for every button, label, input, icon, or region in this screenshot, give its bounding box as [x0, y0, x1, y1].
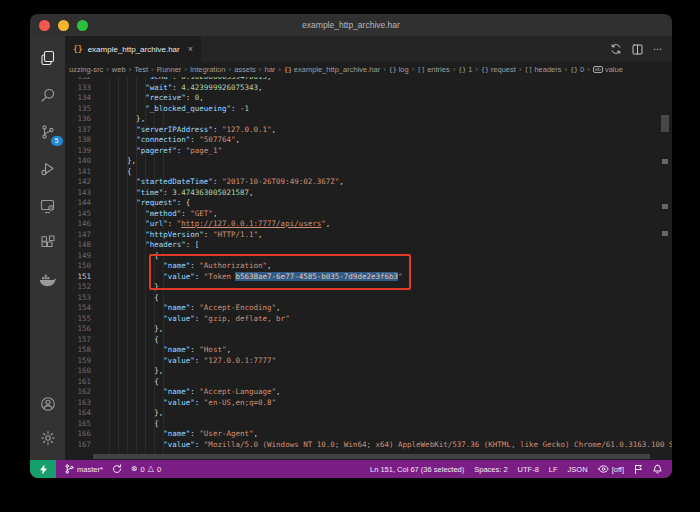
breadcrumb-item[interactable]: {}log: [389, 65, 409, 74]
breadcrumb-item[interactable]: {}request: [481, 65, 516, 74]
breadcrumb-item[interactable]: Runner: [157, 65, 182, 74]
code-line[interactable]: 166 "name": "User-Agent",: [65, 429, 672, 440]
account-icon[interactable]: [38, 394, 58, 414]
open-changes-icon[interactable]: [610, 43, 622, 55]
extensions-icon[interactable]: [38, 233, 58, 253]
code-line[interactable]: 155 "value": "gzip, deflate, br": [65, 314, 672, 325]
code-line[interactable]: 157 {: [65, 335, 672, 346]
breadcrumb-item[interactable]: uzzing-src: [69, 65, 103, 74]
tab-example-http-archive[interactable]: {} example_http_archive.har ×: [65, 36, 201, 62]
line-content: "name": "User-Agent",: [100, 429, 672, 440]
code-line[interactable]: 167 "value": "Mozilla/5.0 (Windows NT 10…: [65, 440, 672, 451]
code-line[interactable]: 148 "headers": [: [65, 240, 672, 251]
sync-indicator[interactable]: [112, 464, 122, 474]
breadcrumb-item[interactable]: {}0: [570, 65, 584, 74]
indentation-indicator[interactable]: Spaces: 2: [474, 465, 507, 474]
code-line[interactable]: 143 "time": 3.474363005021587,: [65, 188, 672, 199]
code-line[interactable]: 149 {: [65, 251, 672, 262]
run-debug-icon[interactable]: [38, 159, 58, 179]
more-actions-icon[interactable]: ⋯: [653, 44, 662, 54]
code-line[interactable]: 163 "value": "en-US,en;q=0.8": [65, 398, 672, 409]
feedback-indicator[interactable]: [634, 464, 643, 474]
encoding-indicator[interactable]: UTF-8: [518, 465, 539, 474]
explorer-icon[interactable]: [38, 48, 58, 68]
eol-indicator[interactable]: LF: [549, 465, 558, 474]
code-line[interactable]: 150 "name": "Authorization",: [65, 261, 672, 272]
code-line[interactable]: 160 },: [65, 366, 672, 377]
code-line[interactable]: 153 {: [65, 293, 672, 304]
code-line[interactable]: 146 "url": "http://127.0.0.1:7777/api/us…: [65, 219, 672, 230]
minimize-window-button[interactable]: [58, 20, 69, 31]
notifications-indicator[interactable]: [653, 464, 662, 474]
close-tab-icon[interactable]: ×: [188, 44, 193, 54]
line-number: 155: [65, 314, 100, 325]
code-line[interactable]: 158 "name": "Host",: [65, 345, 672, 356]
breadcrumb-item[interactable]: Integration: [190, 65, 225, 74]
breadcrumb-item[interactable]: []headers: [525, 65, 562, 74]
split-editor-icon[interactable]: [632, 44, 643, 55]
horizontal-scrollbar-thumb[interactable]: [93, 454, 650, 459]
code-line[interactable]: 161 {: [65, 377, 672, 388]
code-line[interactable]: 162 "name": "Accept-Language",: [65, 387, 672, 398]
line-content: "wait": 4.423999926075343,: [100, 83, 672, 94]
settings-gear-icon[interactable]: [38, 428, 58, 448]
watch-off-indicator[interactable]: [off]: [598, 465, 624, 474]
breadcrumb-item[interactable]: []entries: [417, 65, 449, 74]
code-line[interactable]: 142 "startedDateTime": "2017-10-26T09:49…: [65, 177, 672, 188]
code-line[interactable]: 164 },: [65, 408, 672, 419]
code-line[interactable]: 138 "connection": "507764",: [65, 135, 672, 146]
language-mode[interactable]: JSON: [568, 465, 588, 474]
code-line[interactable]: 144 "request": {: [65, 198, 672, 209]
breadcrumb-separator: ›: [106, 65, 109, 74]
problems-indicator[interactable]: ⊗ 0 △ 0: [131, 465, 161, 474]
breadcrumb-item[interactable]: {}example_http_archive.har: [284, 65, 380, 74]
code-line[interactable]: 151 "value": "Token b5638ae7-6e77-4585-b…: [65, 272, 672, 283]
vertical-scrollbar[interactable]: [660, 77, 670, 454]
window-title: example_http_archive.har: [30, 20, 672, 30]
code-line[interactable]: 133 "wait": 4.423999926075343,: [65, 83, 672, 94]
line-number: 144: [65, 198, 100, 209]
code-line[interactable]: 135 "_blocked_queueing": -1: [65, 104, 672, 115]
line-content: {: [100, 251, 672, 262]
overview-ruler-mark: [662, 204, 668, 209]
line-number: 141: [65, 167, 100, 178]
breadcrumb-item[interactable]: abvalue: [593, 65, 623, 74]
code-line[interactable]: 139 "pageref": "page_1": [65, 146, 672, 157]
eye-icon: [598, 465, 609, 473]
breadcrumb-separator: ›: [587, 65, 590, 74]
code-line[interactable]: 165 {: [65, 419, 672, 430]
code-line[interactable]: 141 {: [65, 167, 672, 178]
code-area[interactable]: 132 "send": 0.10200000339470013,133 "wai…: [65, 77, 672, 454]
horizontal-scrollbar[interactable]: [65, 454, 672, 460]
code-line[interactable]: 152 },: [65, 282, 672, 293]
breadcrumb-item[interactable]: web: [112, 65, 126, 74]
breadcrumb-item[interactable]: har: [265, 65, 276, 74]
code-line[interactable]: 136 },: [65, 114, 672, 125]
line-number: 145: [65, 209, 100, 220]
code-line[interactable]: 137 "serverIPAddress": "127.0.0.1",: [65, 125, 672, 136]
code-line[interactable]: 156 },: [65, 324, 672, 335]
error-icon: ⊗: [131, 465, 138, 473]
remote-indicator[interactable]: [30, 460, 56, 478]
cursor-position[interactable]: Ln 151, Col 67 (36 selected): [370, 465, 464, 474]
zoom-window-button[interactable]: [77, 20, 88, 31]
code-line[interactable]: 159 "value": "127.0.0.1:7777": [65, 356, 672, 367]
vertical-scrollbar-thumb[interactable]: [661, 115, 669, 132]
breadcrumb-item[interactable]: {}1: [458, 65, 472, 74]
remote-explorer-icon[interactable]: [38, 196, 58, 216]
code-line[interactable]: 134 "receive": 0,: [65, 93, 672, 104]
search-icon[interactable]: [38, 85, 58, 105]
code-line[interactable]: 145 "method": "GET",: [65, 209, 672, 220]
source-control-icon[interactable]: 5: [38, 122, 58, 142]
breadcrumb-item[interactable]: Test: [134, 65, 148, 74]
branch-indicator[interactable]: master*: [65, 464, 103, 474]
line-content: "time": 3.474363005021587,: [100, 188, 672, 199]
line-number: 160: [65, 366, 100, 377]
code-line[interactable]: 147 "httpVersion": "HTTP/1.1",: [65, 230, 672, 241]
docker-icon[interactable]: [38, 270, 58, 290]
breadcrumb-item[interactable]: assets: [234, 65, 256, 74]
code-line[interactable]: 154 "name": "Accept-Encoding",: [65, 303, 672, 314]
breadcrumb-label: entries: [427, 65, 450, 74]
close-window-button[interactable]: [39, 20, 50, 31]
code-line[interactable]: 140 },: [65, 156, 672, 167]
